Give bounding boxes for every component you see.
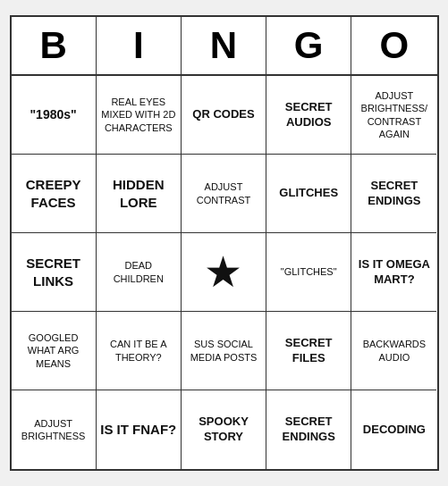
- bingo-cell-18: SECRET FILES: [266, 312, 351, 390]
- cell-text-16: CAN IT BE A THEORY?: [100, 338, 177, 364]
- star-icon: ★: [204, 251, 242, 294]
- bingo-card: BINGO "1980s"REAL EYES MIXED WITH 2D CHA…: [10, 15, 439, 471]
- cell-text-14: IS IT OMEGA MART?: [355, 257, 433, 288]
- cell-text-3: SECRET AUDIOS: [270, 100, 347, 130]
- bingo-cell-0: "1980s": [12, 76, 97, 155]
- bingo-cell-10: SECRET LINKS: [12, 233, 97, 312]
- bingo-cell-20: ADJUST BRIGHTNESS: [12, 390, 97, 469]
- bingo-cell-17: SUS SOCIAL MEDIA POSTS: [182, 312, 266, 390]
- bingo-cell-11: DEAD CHILDREN: [97, 233, 182, 312]
- bingo-cell-13: "GLITCHES": [266, 233, 351, 312]
- bingo-cell-24: DECODING: [351, 390, 436, 469]
- cell-text-2: QR CODES: [192, 107, 254, 122]
- cell-text-11: DEAD CHILDREN: [100, 259, 177, 285]
- bingo-cell-7: ADJUST CONTRAST: [182, 155, 266, 233]
- bingo-cell-2: QR CODES: [182, 76, 266, 155]
- cell-text-20: ADJUST BRIGHTNESS: [15, 417, 92, 443]
- cell-text-4: ADJUST BRIGHTNESS/ CONTRAST AGAIN: [355, 89, 433, 140]
- cell-text-5: CREEPY FACES: [15, 176, 92, 211]
- cell-text-22: SPOOKY STORY: [185, 415, 262, 445]
- bingo-grid: "1980s"REAL EYES MIXED WITH 2D CHARACTER…: [12, 76, 437, 469]
- bingo-cell-12: ★: [182, 233, 266, 312]
- bingo-cell-19: BACKWARDS AUDIO: [351, 312, 436, 390]
- cell-text-19: BACKWARDS AUDIO: [355, 338, 433, 364]
- cell-text-1: REAL EYES MIXED WITH 2D CHARACTERS: [100, 96, 177, 134]
- bingo-letter-i: I: [97, 17, 182, 74]
- cell-text-17: SUS SOCIAL MEDIA POSTS: [185, 338, 262, 364]
- bingo-cell-5: CREEPY FACES: [12, 155, 97, 233]
- bingo-cell-14: IS IT OMEGA MART?: [351, 233, 436, 312]
- cell-text-7: ADJUST CONTRAST: [185, 180, 262, 206]
- cell-text-23: SECRET ENDINGS: [270, 415, 347, 445]
- bingo-cell-6: HIDDEN LORE: [97, 155, 182, 233]
- bingo-cell-23: SECRET ENDINGS: [266, 390, 351, 469]
- bingo-cell-8: GLITCHES: [266, 155, 351, 233]
- bingo-letter-o: O: [351, 17, 436, 74]
- cell-text-0: "1980s": [30, 106, 76, 122]
- bingo-cell-21: IS IT FNAF?: [97, 390, 182, 469]
- cell-text-18: SECRET FILES: [270, 336, 347, 366]
- cell-text-9: SECRET ENDINGS: [355, 179, 433, 209]
- bingo-cell-16: CAN IT BE A THEORY?: [97, 312, 182, 390]
- bingo-cell-15: GOOGLED WHAT ARG MEANS: [12, 312, 97, 390]
- cell-text-15: GOOGLED WHAT ARG MEANS: [15, 331, 92, 370]
- cell-text-10: SECRET LINKS: [15, 255, 92, 289]
- cell-text-21: IS IT FNAF?: [100, 421, 176, 439]
- bingo-header: BINGO: [12, 17, 437, 76]
- cell-text-8: GLITCHES: [279, 186, 338, 201]
- bingo-letter-g: G: [266, 17, 351, 74]
- bingo-cell-3: SECRET AUDIOS: [266, 76, 351, 155]
- bingo-cell-22: SPOOKY STORY: [182, 390, 266, 469]
- bingo-cell-1: REAL EYES MIXED WITH 2D CHARACTERS: [97, 76, 182, 155]
- cell-text-13: "GLITCHES": [281, 265, 337, 278]
- bingo-cell-4: ADJUST BRIGHTNESS/ CONTRAST AGAIN: [351, 76, 436, 155]
- cell-text-24: DECODING: [363, 423, 426, 438]
- bingo-letter-b: B: [12, 17, 97, 74]
- bingo-cell-9: SECRET ENDINGS: [351, 155, 436, 233]
- bingo-letter-n: N: [182, 17, 266, 74]
- cell-text-6: HIDDEN LORE: [100, 176, 177, 211]
